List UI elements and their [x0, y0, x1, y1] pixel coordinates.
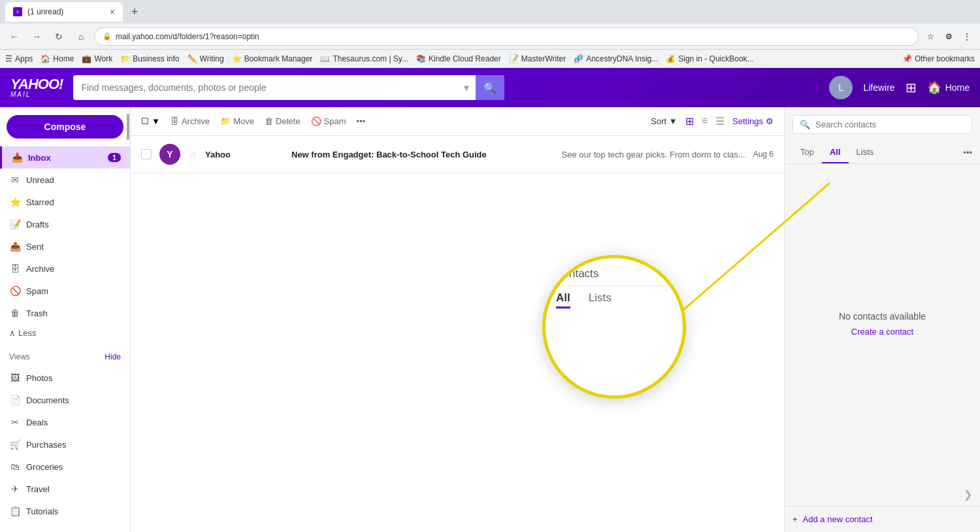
compact-view-button[interactable]: ☰	[713, 114, 727, 129]
mail-layout: Compose 📥 Inbox 1 ✉ Unread ⭐ Starred 📝	[0, 107, 980, 532]
sort-button[interactable]: Sort ▼	[651, 116, 677, 126]
sidebar-item-sent[interactable]: 📤 Sent	[0, 235, 130, 258]
contacts-search-icon: 🔍	[800, 120, 810, 129]
views-section-header: Views Hide	[0, 347, 130, 367]
inbox-icon: 📥	[11, 152, 23, 163]
email-list: Y ☆ Yahoo New from Engadget: Back-to-Sch…	[131, 136, 784, 532]
active-tab[interactable]: Y (1 unread) ×	[5, 2, 123, 22]
bookmark-home[interactable]: 🏠 Home	[41, 54, 74, 63]
thesaurus-icon: 📖	[320, 54, 330, 63]
writing-icon: ✏️	[188, 54, 197, 63]
collapse-icon: ∧	[9, 328, 16, 338]
more-action[interactable]: •••	[357, 116, 366, 126]
bookmark-quickbooks[interactable]: 💰 Sign in - QuickBook...	[666, 54, 753, 63]
bookmark-manager[interactable]: ⭐ Bookmark Manager	[232, 54, 313, 63]
sidebar-item-groceries[interactable]: 🛍 Groceries	[0, 456, 130, 478]
create-contact-link[interactable]: Create a contact	[851, 327, 913, 337]
grid-view-button[interactable]: ⊞	[683, 114, 696, 129]
archive-action[interactable]: 🗄 Archive	[171, 116, 210, 126]
forward-button[interactable]: →	[27, 27, 46, 46]
sidebar-item-unread[interactable]: ✉ Unread	[0, 169, 130, 191]
tab-close-button[interactable]: ×	[110, 7, 115, 17]
contacts-search-input[interactable]	[815, 120, 965, 129]
star-button[interactable]: ☆	[188, 148, 197, 161]
bookmark-writing[interactable]: ✏️ Writing	[188, 54, 224, 63]
views-hide-button[interactable]: Hide	[105, 352, 121, 361]
apps-grid-icon[interactable]: ⊞	[906, 80, 917, 95]
deals-icon: ✂	[9, 416, 21, 428]
contacts-content: No contacts available Create a contact	[785, 164, 980, 483]
contacts-tabs: Top All Lists •••	[785, 142, 980, 164]
groceries-icon: 🛍	[9, 461, 21, 473]
spam-icon: 🚫	[9, 285, 21, 297]
sidebar-item-purchases[interactable]: 🛒 Purchases	[0, 433, 130, 456]
menu-button[interactable]: ⋮	[959, 29, 975, 44]
contacts-search-box[interactable]: 🔍	[792, 115, 972, 134]
compose-button[interactable]: Compose	[7, 115, 123, 139]
home-button[interactable]: ⌂	[72, 27, 90, 46]
list-view-button[interactable]: ≡	[699, 114, 710, 129]
home-icon: 🏠	[927, 80, 941, 95]
add-contact-button[interactable]: + Add a new contact	[792, 514, 972, 524]
tab-top[interactable]: Top	[792, 142, 822, 163]
header-right: L Lifewire ⊞ 🏠 Home	[829, 76, 970, 99]
yahoo-header: YAHOO! MAIL ▼ 🔍 L Lifewire ⊞ 🏠 Home	[0, 68, 980, 107]
table-row[interactable]: Y ☆ Yahoo New from Engadget: Back-to-Sch…	[131, 136, 784, 173]
folders-section-header: Folders Hide	[0, 527, 130, 532]
sidebar-item-starred[interactable]: ⭐ Starred	[0, 191, 130, 213]
sidebar-item-drafts[interactable]: 📝 Drafts	[0, 213, 130, 235]
sidebar-item-travel[interactable]: ✈ Travel	[0, 478, 130, 500]
home-button[interactable]: 🏠 Home	[927, 80, 970, 95]
bookmark-other[interactable]: 📌 Other bookmarks	[902, 54, 975, 63]
sidebar-item-documents[interactable]: 📄 Documents	[0, 389, 130, 411]
email-toolbar: ☐ ▼ 🗄 Archive 📁 Move 🗑 Delete	[131, 107, 784, 136]
sidebar-item-deals[interactable]: ✂ Deals	[0, 411, 130, 433]
sidebar-item-archive[interactable]: 🗄 Archive	[0, 258, 130, 280]
spam-action[interactable]: 🚫 Spam	[311, 116, 346, 126]
tab-bar: Y (1 unread) × +	[0, 0, 980, 24]
sidebar-item-inbox[interactable]: 📥 Inbox 1	[0, 146, 130, 169]
view-toggle-buttons: ⊞ ≡ ☰	[683, 114, 727, 129]
back-button[interactable]: ←	[5, 27, 24, 46]
no-contacts-label: No contacts available	[839, 311, 926, 322]
yahoo-logo: YAHOO! MAIL	[10, 77, 63, 98]
sidebar-item-tutorials[interactable]: 📋 Tutorials	[0, 500, 130, 522]
bookmark-masterwriter[interactable]: 📝 MasterWriter	[509, 54, 566, 63]
quickbooks-icon: 💰	[666, 54, 676, 63]
bookmark-thesaurus[interactable]: 📖 Thesaurus.com | Sy...	[320, 54, 408, 63]
bookmark-business-info[interactable]: 📁 Business info	[120, 54, 179, 63]
less-button[interactable]: ∧ Less	[0, 324, 130, 342]
bookmark-star-button[interactable]: ☆	[923, 29, 938, 44]
tab-lists[interactable]: Lists	[849, 142, 882, 163]
select-all-checkbox[interactable]: ☐ ▼	[141, 116, 160, 126]
contacts-more-button[interactable]: •••	[963, 148, 972, 158]
spam-action-icon: 🚫	[311, 116, 321, 126]
refresh-button[interactable]: ↻	[50, 27, 68, 46]
address-bar[interactable]: 🔒 mail.yahoo.com/d/folders/1?reason=opti…	[94, 27, 919, 46]
sidebar-item-photos[interactable]: 🖼 Photos	[0, 367, 130, 389]
work-icon: 💼	[82, 54, 91, 63]
trash-icon: 🗑	[9, 307, 21, 319]
search-bar[interactable]: ▼ 🔍	[73, 75, 504, 100]
avatar[interactable]: L	[829, 76, 853, 99]
new-tab-button[interactable]: +	[125, 3, 144, 21]
tab-all[interactable]: All	[822, 142, 849, 163]
collapse-contacts-button[interactable]: ❯	[964, 488, 972, 501]
search-input[interactable]	[81, 82, 457, 93]
search-button[interactable]: 🔍	[476, 75, 504, 100]
bookmark-ancestry[interactable]: 🧬 AncestryDNA Insig...	[574, 54, 658, 63]
sidebar-item-trash[interactable]: 🗑 Trash	[0, 302, 130, 324]
search-dropdown-icon[interactable]: ▼	[463, 83, 471, 93]
tutorials-icon: 📋	[9, 505, 21, 517]
settings-button[interactable]: Settings ⚙	[732, 116, 774, 126]
documents-icon: 📄	[9, 394, 21, 406]
delete-action[interactable]: 🗑 Delete	[265, 116, 301, 126]
extensions-button[interactable]: ⚙	[941, 29, 956, 44]
move-action[interactable]: 📁 Move	[220, 116, 254, 126]
bookmark-apps[interactable]: ☰ Apps	[5, 54, 33, 63]
bookmark-kindle[interactable]: 📚 Kindle Cloud Reader	[416, 54, 501, 63]
sidebar-item-spam[interactable]: 🚫 Spam	[0, 280, 130, 302]
bookmark-work[interactable]: 💼 Work	[82, 54, 112, 63]
lock-icon: 🔒	[103, 32, 112, 41]
email-checkbox[interactable]	[141, 149, 152, 159]
